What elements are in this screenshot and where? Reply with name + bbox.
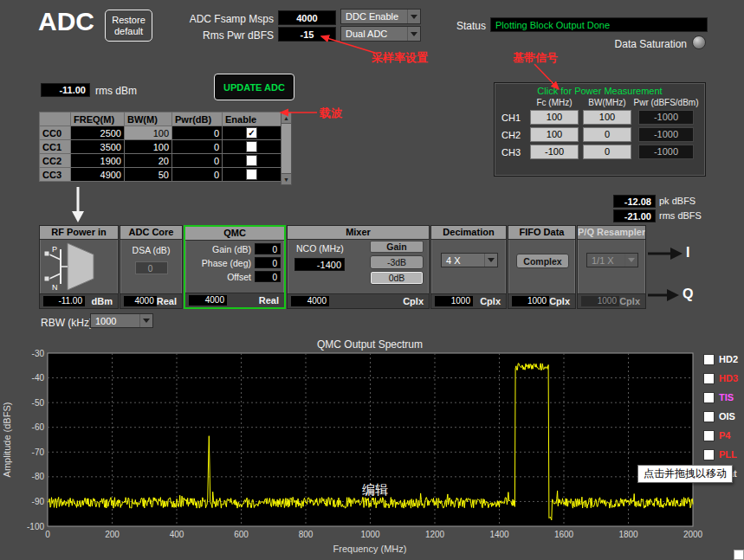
cc2-freq-cell[interactable]: 1900 [71, 154, 125, 168]
ch3-fc-input[interactable]: -100 [530, 145, 579, 159]
rms-pwr-input[interactable]: -15 [278, 27, 336, 42]
x-axis-label: Frequency (MHz) [333, 544, 407, 554]
cc3-freq-cell[interactable]: 4900 [71, 168, 125, 182]
legend-item-ois[interactable]: OIS [703, 411, 738, 422]
cc0-pwr-cell[interactable]: 0 [172, 126, 223, 140]
cc1-enable-cell[interactable] [223, 140, 281, 154]
x-tick-label: 1200 [425, 530, 445, 539]
row-header-cc0[interactable]: CC0 [40, 126, 71, 140]
legend-item-p4[interactable]: P4 [703, 430, 738, 441]
pk-dbfs-label: pk dBFS [659, 196, 695, 206]
i-output-arrow [648, 248, 683, 260]
cc0-bw-cell[interactable]: 100 [125, 126, 172, 140]
checkbox-icon[interactable] [246, 169, 257, 180]
ch1-bw-input[interactable]: 100 [583, 110, 631, 125]
cc1-pwr-cell[interactable]: 0 [172, 140, 223, 154]
decimation-title: Decimation [431, 226, 506, 240]
qmc-phase-input[interactable]: 0 [255, 257, 281, 268]
differential-input-icon: P N [42, 241, 118, 293]
legend-item-hd3[interactable]: HD3 [703, 373, 738, 383]
checkbox-icon[interactable] [703, 449, 715, 460]
x-tick-label: 1000 [360, 530, 380, 539]
edit-annotation: 编辑 [362, 482, 388, 499]
cc0-freq-cell[interactable]: 2500 [71, 126, 125, 140]
rf-power-value[interactable]: -11.00 [43, 296, 85, 306]
pwr-col-header: Pwr (dBFS/dBm) [633, 98, 698, 107]
legend-item-hd2[interactable]: HD2 [703, 354, 738, 364]
x-tick-label: 600 [234, 530, 249, 539]
mixer-format: Cplx [403, 296, 429, 306]
dsa-input: 0 [135, 261, 168, 274]
ch1-fc-input[interactable]: 100 [530, 110, 579, 125]
app-title: ADC [38, 7, 94, 36]
nco-input[interactable]: -1400 [294, 258, 345, 271]
adc-mode-value: Dual ADC [341, 29, 407, 39]
checkbox-icon[interactable] [246, 141, 257, 152]
ch3-pwr-readout: -1000 [638, 145, 694, 159]
row-header-cc3[interactable]: CC3 [40, 168, 71, 182]
update-adc-button[interactable]: UPDATE ADC [214, 74, 294, 100]
fifo-complex-button[interactable]: Complex [516, 254, 569, 268]
cc1-bw-cell[interactable]: 100 [125, 140, 172, 154]
checkbox-icon[interactable] [246, 155, 257, 166]
rms-dbm-input[interactable]: -11.00 [41, 83, 90, 97]
legend-label: HD2 [719, 354, 738, 364]
legend: HD2 HD3 TIS OIS P4 PLL Stat [703, 354, 738, 479]
checkbox-icon[interactable] [703, 373, 715, 384]
cc0-enable-cell[interactable] [223, 126, 281, 140]
table-scrollbar[interactable]: ▲ ▼ [281, 112, 292, 185]
power-measurement-title[interactable]: Click for Power Measurement [495, 86, 705, 96]
cc3-bw-cell[interactable]: 50 [125, 168, 172, 182]
fifo-data-title: FIFO Data [508, 226, 575, 240]
legend-label: OIS [719, 411, 735, 422]
ch2-bw-input[interactable]: 0 [583, 127, 631, 142]
gain-minus3db-button[interactable]: -3dB [370, 255, 424, 269]
cc3-enable-cell[interactable] [223, 168, 281, 182]
row-header-cc2[interactable]: CC2 [40, 154, 71, 168]
row-header-cc1[interactable]: CC1 [40, 140, 71, 154]
y-axis-label: Amplitude (dBFS) [2, 402, 12, 478]
ch1-label: CH1 [498, 113, 521, 123]
data-saturation-label: Data Saturation [606, 38, 687, 50]
qmc-gain-input[interactable]: 0 [255, 243, 281, 254]
checkbox-icon[interactable] [703, 430, 715, 441]
rbw-select[interactable]: 1000 [90, 313, 153, 328]
fsamp-input[interactable]: 4000 [278, 10, 336, 25]
ddc-enable-select[interactable]: DDC Enable [340, 9, 421, 24]
pq-format: Cplx [619, 296, 645, 306]
scroll-down-icon[interactable]: ▼ [281, 173, 291, 184]
adc-mode-select[interactable]: Dual ADC [340, 26, 421, 42]
rms-dbfs-readout: -21.00 [613, 209, 656, 222]
decimation-rate: 1000 [435, 296, 473, 306]
ch2-fc-input[interactable]: 100 [530, 127, 579, 142]
y-tick-label: -70 [32, 447, 45, 457]
n-terminal-label: N [52, 283, 58, 292]
qmc-offset-input[interactable]: 0 [255, 271, 281, 282]
ch3-bw-input[interactable]: 0 [583, 145, 631, 159]
cc3-pwr-cell[interactable]: 0 [172, 168, 223, 182]
spectrum-chart[interactable]: 0200400600800100012001400160018002000-30… [0, 336, 744, 560]
legend-item-pll[interactable]: PLL [703, 449, 738, 460]
checkbox-icon[interactable] [703, 411, 715, 422]
x-tick-label: 1800 [618, 530, 638, 539]
gain-0db-button[interactable]: 0dB [370, 271, 424, 285]
x-tick-label: 2000 [683, 530, 703, 539]
cc1-freq-cell[interactable]: 3500 [71, 140, 125, 154]
qmc-format: Real [259, 295, 284, 306]
table-row: CC1 3500 100 0 [40, 140, 281, 154]
fifo-data-block: FIFO Data Complex 1000 Cplx [508, 225, 576, 309]
resize-handle[interactable] [734, 550, 744, 560]
rf-power-in-block: RF Power in P N -11.00 dBm [39, 225, 119, 309]
cc2-pwr-cell[interactable]: 0 [172, 154, 223, 168]
power-measurement-panel[interactable]: Click for Power Measurement Fc (MHz) BW(… [494, 82, 706, 177]
checkbox-icon[interactable] [703, 354, 715, 365]
checkbox-icon[interactable] [703, 392, 715, 403]
flow-arrow-down [72, 187, 84, 222]
legend-item-tis[interactable]: TIS [703, 392, 738, 402]
carrier-table: FREQ(M) BW(M) Pwr(dB) Enable CC0 2500 10… [39, 112, 281, 182]
cc2-bw-cell[interactable]: 20 [125, 154, 172, 168]
decimation-select[interactable]: 4 X [441, 253, 498, 267]
checkbox-icon[interactable] [246, 127, 257, 138]
cc2-enable-cell[interactable] [223, 154, 281, 168]
scroll-up-icon[interactable]: ▲ [281, 113, 291, 124]
